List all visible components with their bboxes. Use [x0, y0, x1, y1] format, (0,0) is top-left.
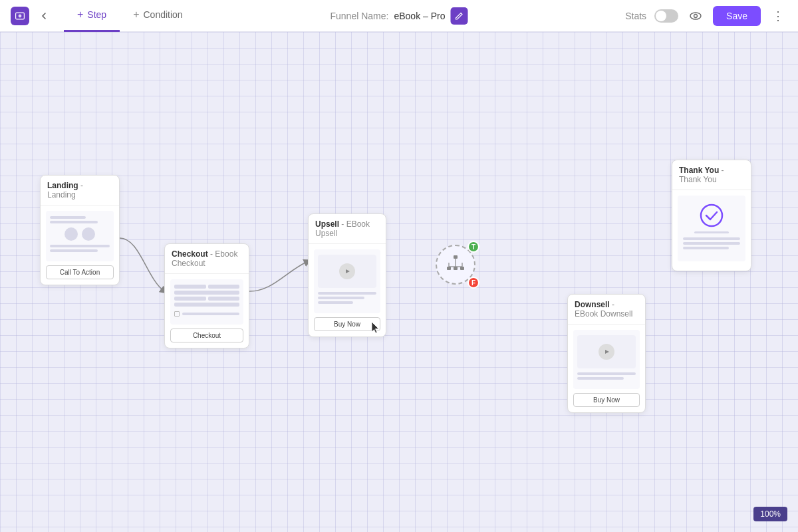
condition-circle[interactable]: T F	[436, 245, 475, 285]
downsell-card[interactable]: Downsell - EBook Downsell Buy Now	[567, 294, 646, 413]
zoom-indicator: 100%	[753, 507, 787, 521]
downsell-lines	[577, 372, 636, 380]
preview-circle-1	[65, 227, 78, 241]
form-field-6	[174, 303, 239, 307]
upsell-lines	[318, 292, 376, 304]
upsell-card[interactable]: Upsell - EBook Upsell Buy Now	[308, 213, 386, 337]
landing-cta-button[interactable]: Call To Action	[46, 265, 114, 279]
preview-line-1	[50, 216, 86, 219]
svg-rect-9	[454, 267, 458, 270]
downsell-preview	[573, 330, 640, 389]
form-rows	[174, 285, 239, 319]
upsell-line-2	[318, 297, 364, 299]
checkout-card-body: Checkout	[165, 274, 249, 348]
form-field-2	[208, 285, 240, 289]
form-field-5	[208, 297, 240, 301]
tab-condition[interactable]: + Condition	[120, 0, 196, 32]
preview-button[interactable]	[686, 7, 705, 25]
thankyou-preview	[678, 196, 745, 261]
svg-marker-6	[605, 350, 609, 354]
save-button[interactable]: Save	[713, 6, 761, 26]
form-row-4	[174, 303, 239, 307]
checkout-cta-button[interactable]: Checkout	[170, 329, 243, 342]
svg-rect-8	[447, 267, 451, 270]
tab-condition-label: Condition	[144, 9, 183, 20]
upsell-line-1	[318, 292, 376, 295]
downsell-video-preview	[577, 335, 636, 368]
downsell-line-2	[577, 377, 624, 380]
checkbox-label	[182, 313, 239, 315]
upsell-cta-button[interactable]: Buy Now	[314, 317, 380, 331]
thankyou-card-header: Thank You - Thank You	[672, 160, 751, 190]
thankyou-text-2	[683, 242, 740, 245]
condition-false-badge: F	[467, 277, 479, 289]
tab-step-label: Step	[87, 9, 106, 20]
condition-true-badge: T	[467, 241, 479, 253]
funnel-name-area: Funnel Name: eBook – Pro	[331, 7, 468, 25]
form-field-1	[174, 285, 206, 289]
landing-card-header: Landing - Landing	[41, 176, 119, 205]
svg-marker-4	[346, 269, 350, 273]
landing-card-body: Call To Action	[41, 205, 119, 285]
tab-step[interactable]: + Step	[64, 0, 120, 32]
canvas[interactable]: Landing - Landing Call To Action	[0, 32, 798, 532]
form-field-3	[174, 291, 239, 295]
landing-title: Landing	[47, 181, 78, 190]
funnel-name-value: eBook – Pro	[394, 11, 445, 21]
downsell-cta-button[interactable]: Buy Now	[573, 393, 640, 407]
thankyou-card[interactable]: Thank You - Thank You	[672, 160, 751, 271]
thankyou-text-1	[683, 237, 740, 240]
header-right: Stats Save ⋮	[625, 6, 787, 26]
thankyou-title: Thank You	[679, 166, 719, 175]
stats-toggle[interactable]	[654, 9, 678, 23]
upsell-card-header: Upsell - EBook Upsell	[309, 214, 386, 244]
downsell-line-1	[577, 372, 636, 375]
svg-point-1	[19, 14, 22, 17]
preview-circle-2	[82, 227, 95, 241]
preview-circles	[50, 227, 110, 241]
thankyou-card-body	[672, 190, 751, 271]
landing-preview	[46, 211, 114, 261]
svg-rect-7	[454, 255, 458, 259]
video-preview	[318, 255, 376, 288]
thankyou-text-3	[683, 247, 729, 249]
upsell-title: Upsell	[315, 219, 339, 229]
downsell-play-button[interactable]	[598, 344, 614, 360]
step-plus-icon: +	[77, 9, 83, 21]
header-tabs: + Step + Condition	[64, 0, 196, 32]
svg-point-3	[694, 14, 698, 17]
checkout-preview	[170, 279, 243, 325]
preview-line-2	[50, 221, 98, 223]
stats-label: Stats	[625, 11, 646, 21]
condition-node[interactable]: T F	[436, 245, 482, 291]
preview-line-3	[50, 245, 110, 247]
checkout-card-header: Checkout - Ebook Checkout	[165, 244, 249, 274]
form-row-2	[174, 291, 239, 295]
landing-card[interactable]: Landing - Landing Call To Action	[40, 175, 120, 285]
svg-point-2	[690, 13, 701, 19]
thankyou-line-1	[694, 231, 729, 233]
check-icon	[700, 203, 724, 227]
checkout-title: Checkout	[172, 249, 208, 259]
preview-lines-bottom	[50, 245, 110, 252]
more-options-button[interactable]: ⋮	[769, 7, 787, 25]
form-row-1	[174, 285, 239, 289]
downsell-title: Downsell	[575, 300, 610, 309]
condition-plus-icon: +	[133, 9, 139, 21]
upsell-card-body: Buy Now	[309, 244, 386, 336]
preview-line-4	[50, 249, 98, 252]
checkout-card[interactable]: Checkout - Ebook Checkout	[164, 243, 249, 348]
checkout-checkbox[interactable]	[174, 311, 180, 317]
back-button[interactable]	[35, 7, 53, 25]
svg-point-5	[701, 205, 722, 226]
edit-funnel-name-button[interactable]	[451, 7, 468, 25]
form-row-3	[174, 297, 239, 301]
preview-lines-top	[50, 216, 110, 223]
form-field-4	[174, 297, 206, 301]
downsell-card-body: Buy Now	[568, 325, 645, 412]
play-button[interactable]	[339, 263, 355, 279]
logo-button[interactable]	[11, 7, 29, 25]
upsell-preview	[314, 249, 380, 313]
checkbox-row	[174, 311, 239, 317]
upsell-line-3	[318, 301, 353, 304]
